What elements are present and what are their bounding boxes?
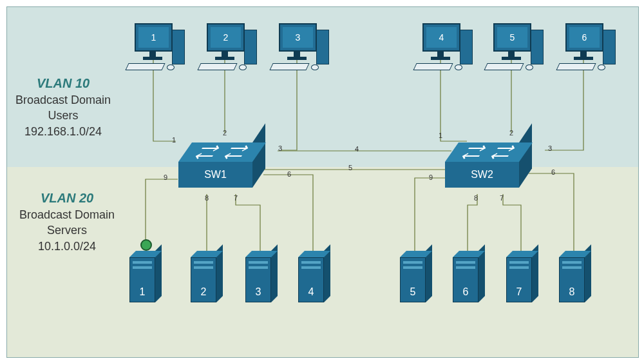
highlight-dot-icon	[140, 239, 152, 251]
server-1-label: 1	[140, 286, 146, 298]
vlan10-line2: Broadcast Domain	[15, 93, 111, 106]
vlan20-name: VLAN 20	[41, 191, 93, 205]
server-7: 7	[506, 251, 538, 306]
switch-sw2: SW2	[445, 142, 532, 191]
switch-sw1: SW1	[178, 142, 265, 191]
vlan10-line3: Users	[48, 109, 78, 122]
vlan10-name: VLAN 10	[37, 76, 90, 90]
pc-2-label: 2	[211, 27, 241, 48]
sw1-port-2: 2	[223, 129, 227, 137]
sw1-label: SW1	[204, 169, 227, 181]
server-4-label: 4	[308, 286, 314, 298]
switch-icon	[445, 142, 533, 162]
sw2-port-8: 8	[474, 194, 478, 202]
sw2-port-6: 6	[551, 168, 555, 176]
sw1-port-6: 6	[287, 170, 291, 178]
pc-1-label: 1	[138, 27, 169, 48]
server-3: 3	[245, 251, 278, 306]
pc-2: 2	[194, 23, 265, 84]
server-4: 4	[298, 251, 330, 306]
pc-6: 6	[553, 23, 623, 84]
pc-4-label: 4	[426, 27, 457, 48]
server-6: 6	[453, 251, 485, 306]
sw1-port-8: 8	[205, 194, 209, 202]
vlan20-label: VLAN 20 Broadcast Domain Servers 10.1.0.…	[19, 190, 115, 254]
sw2-label: SW2	[471, 169, 493, 181]
server-5: 5	[400, 251, 432, 306]
pc-5-label: 5	[497, 27, 527, 48]
server-1: 1	[129, 251, 162, 306]
sw2-port-9: 9	[429, 173, 433, 181]
sw2-port-7: 7	[500, 194, 504, 202]
server-2-label: 2	[201, 286, 207, 298]
server-6-label: 6	[463, 286, 469, 298]
sw1-port-4: 4	[355, 145, 359, 153]
sw1-port-3: 3	[278, 144, 282, 152]
server-5-label: 5	[410, 286, 416, 298]
pc-5: 5	[480, 23, 551, 84]
vlan20-subnet: 10.1.0.0/24	[38, 240, 96, 253]
server-3-label: 3	[256, 286, 261, 298]
sw1-port-7: 7	[234, 194, 238, 202]
vlan20-line3: Servers	[47, 224, 87, 237]
pc-4: 4	[410, 23, 480, 84]
sw1-port-5: 5	[348, 164, 352, 172]
pc-3: 3	[266, 23, 337, 84]
pc-1: 1	[122, 23, 193, 84]
sw1-port-9: 9	[164, 173, 167, 181]
sw1-port-1: 1	[172, 136, 176, 144]
network-diagram: VLAN 10 Broadcast Domain Users 192.168.1…	[6, 6, 639, 358]
server-7-label: 7	[516, 286, 522, 298]
server-8: 8	[559, 251, 591, 306]
sw2-port-2: 2	[509, 129, 513, 137]
vlan10-label: VLAN 10 Broadcast Domain Users 192.168.1…	[15, 75, 111, 139]
pc-6-label: 6	[569, 27, 600, 48]
pc-3-label: 3	[283, 27, 313, 48]
sw2-port-1: 1	[439, 132, 442, 139]
vlan10-subnet: 192.168.1.0/24	[24, 125, 102, 138]
server-8-label: 8	[569, 286, 575, 298]
switch-icon	[178, 142, 266, 162]
vlan20-line2: Broadcast Domain	[19, 208, 115, 221]
sw2-port-3: 3	[548, 144, 552, 152]
server-2: 2	[191, 251, 223, 306]
